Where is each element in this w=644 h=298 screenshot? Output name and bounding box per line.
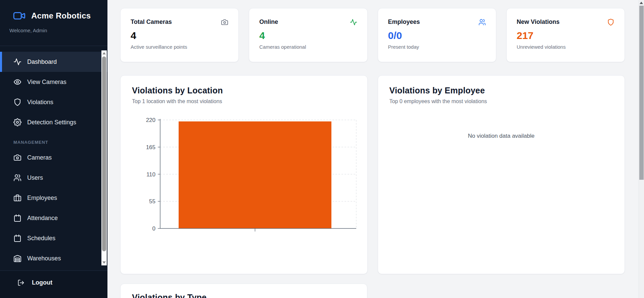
- page-scrollbar-thumb[interactable]: [639, 6, 644, 180]
- sidebar-item-view-cameras[interactable]: View Cameras: [0, 72, 107, 92]
- eye-icon: [13, 78, 21, 86]
- logout-button[interactable]: Logout: [0, 271, 107, 286]
- stat-title: New Violations: [517, 18, 560, 26]
- chart-title: Violations by Employee: [389, 86, 613, 95]
- y-tick-label: 165: [146, 144, 155, 151]
- activity-icon: [13, 58, 21, 66]
- users-icon: [478, 18, 486, 26]
- scroll-up-arrow-icon[interactable]: [102, 52, 106, 54]
- management-section-label: MANAGEMENT: [13, 140, 107, 145]
- video-camera-icon: [13, 9, 26, 22]
- sidebar-divider: [0, 46, 107, 46]
- brand-name: Acme Robotics: [31, 11, 91, 20]
- violations-by-location-card: Violations by Location Top 1 location wi…: [120, 75, 368, 274]
- sidebar-item-label: Employees: [27, 195, 57, 202]
- stat-card-new-violations: New Violations 217 Unreviewed violations: [506, 8, 625, 62]
- sidebar-item-label: Violations: [27, 99, 53, 106]
- dashboard-page: Acme Robotics Welcome, Admin Dashboard V…: [0, 0, 644, 298]
- sidebar: Acme Robotics Welcome, Admin Dashboard V…: [0, 0, 107, 298]
- chart-title: Violations by Type: [132, 293, 356, 298]
- users-icon: [13, 174, 21, 182]
- calendar-icon: [13, 214, 21, 222]
- sidebar-item-label: Cameras: [27, 154, 52, 161]
- welcome-text: Welcome, Admin: [9, 28, 107, 33]
- sidebar-item-label: Dashboard: [27, 58, 57, 66]
- bar-0[interactable]: [179, 121, 331, 228]
- sidebar-item-label: Warehouses: [27, 255, 61, 262]
- charts-row: Violations by Location Top 1 location wi…: [120, 75, 625, 274]
- y-tick-label: 110: [146, 171, 155, 178]
- scroll-down-arrow-icon[interactable]: [102, 261, 106, 264]
- sidebar-nav: Dashboard View Cameras Violations Detect…: [0, 52, 107, 268]
- sidebar-scrollbar-thumb[interactable]: [102, 56, 106, 251]
- stat-value: 0/0: [388, 30, 486, 41]
- empty-state-message: No violation data available: [378, 133, 625, 139]
- brand: Acme Robotics: [0, 0, 107, 22]
- stat-value: 4: [259, 30, 357, 41]
- stat-subtitle: Present today: [388, 44, 486, 50]
- sidebar-item-detection-settings[interactable]: Detection Settings: [0, 112, 107, 132]
- briefcase-icon: [13, 194, 21, 202]
- y-tick-label: 55: [149, 198, 155, 205]
- y-tick-label: 0: [152, 225, 155, 232]
- stat-subtitle: Unreviewed violations: [517, 44, 614, 50]
- scroll-up-arrow-icon[interactable]: [640, 2, 643, 4]
- logout-section: Logout: [0, 270, 107, 298]
- camera-icon: [13, 154, 21, 162]
- stat-subtitle: Active surveillance points: [131, 44, 228, 50]
- camera-icon: [221, 18, 228, 26]
- calendar-icon: [13, 234, 21, 242]
- sidebar-scrollbar[interactable]: [101, 50, 107, 265]
- sidebar-item-label: Users: [27, 174, 43, 181]
- stat-value: 4: [131, 30, 228, 41]
- stat-title: Total Cameras: [131, 18, 172, 26]
- violations-by-employee-card: Violations by Employee Top 0 employees w…: [378, 75, 625, 274]
- violations-by-location-bar-chart: 055110165220: [121, 76, 368, 274]
- sidebar-item-label: Detection Settings: [27, 119, 76, 126]
- logout-label: Logout: [32, 279, 52, 286]
- sidebar-item-warehouses[interactable]: Warehouses: [0, 248, 107, 268]
- sidebar-item-cameras[interactable]: Cameras: [0, 147, 107, 168]
- gear-icon: [13, 118, 21, 126]
- y-tick-label: 220: [146, 117, 155, 123]
- sidebar-item-label: Attendance: [27, 215, 58, 222]
- stat-card-employees: Employees 0/0 Present today: [378, 8, 496, 62]
- sidebar-item-attendance[interactable]: Attendance: [0, 208, 107, 228]
- stat-card-online: Online 4 Cameras operational: [249, 8, 367, 62]
- stat-card-total-cameras: Total Cameras 4 Active surveillance poin…: [120, 8, 239, 62]
- sidebar-item-violations[interactable]: Violations: [0, 92, 107, 112]
- stat-title: Employees: [388, 18, 420, 26]
- shield-icon: [13, 98, 21, 106]
- shield-icon: [607, 18, 614, 26]
- stat-value: 217: [517, 30, 614, 41]
- warehouse-icon: [13, 254, 21, 262]
- sidebar-item-label: View Cameras: [27, 79, 66, 86]
- sidebar-item-label: Schedules: [27, 235, 55, 242]
- sidebar-item-schedules[interactable]: Schedules: [0, 228, 107, 248]
- sidebar-item-users[interactable]: Users: [0, 168, 107, 188]
- page-scrollbar[interactable]: [639, 0, 644, 298]
- stat-title: Online: [259, 18, 278, 26]
- chart-subtitle: Top 0 employees with the most violations: [389, 98, 613, 104]
- stat-subtitle: Cameras operational: [259, 44, 357, 50]
- logout-icon: [17, 279, 25, 286]
- sidebar-item-employees[interactable]: Employees: [0, 188, 107, 208]
- activity-icon: [350, 18, 357, 26]
- violations-by-type-card: Violations by Type: [120, 284, 367, 298]
- stats-row: Total Cameras 4 Active surveillance poin…: [120, 8, 625, 62]
- sidebar-item-dashboard[interactable]: Dashboard: [0, 52, 107, 72]
